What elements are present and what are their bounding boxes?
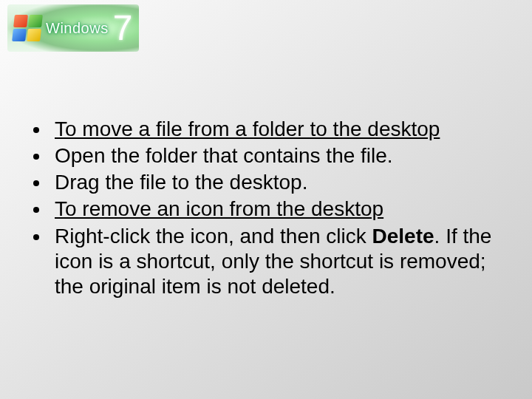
step-open-folder: Open the folder that contains the file. [55, 144, 393, 167]
bullet-list: To move a file from a folder to the desk… [21, 117, 508, 299]
heading-move-file: To move a file from a folder to the desk… [55, 117, 440, 140]
logo-brand-text: Windows [46, 20, 109, 37]
windows-flag-icon [12, 15, 43, 41]
body-text: To move a file from a folder to the desk… [21, 117, 508, 301]
step-drag-file: Drag the file to the desktop. [55, 171, 307, 194]
step-delete-bold: Delete [372, 225, 434, 248]
logo-version-text: 7 [113, 10, 133, 46]
windows7-logo: Windows 7 [7, 4, 139, 52]
list-item: To move a file from a folder to the desk… [50, 117, 508, 142]
list-item: To remove an icon from the desktop [50, 197, 508, 222]
step-right-click-pre: Right-click the icon, and then click [55, 225, 372, 248]
list-item: Open the folder that contains the file. [50, 143, 508, 168]
list-item: Right-click the icon, and then click Del… [50, 224, 508, 299]
slide: Windows 7 To move a file from a folder t… [0, 0, 532, 399]
heading-remove-icon: To remove an icon from the desktop [55, 197, 383, 220]
list-item: Drag the file to the desktop. [50, 170, 508, 195]
